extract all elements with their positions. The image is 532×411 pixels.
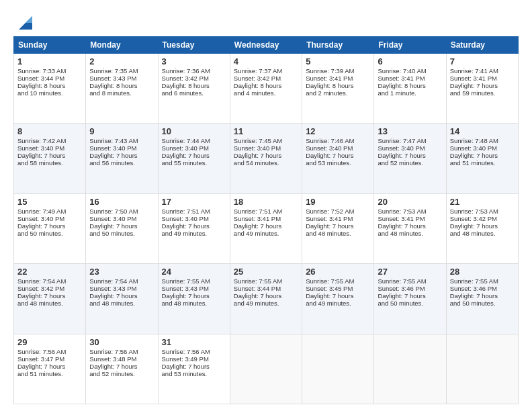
calendar-week-row: 1Sunrise: 7:33 AMSunset: 3:44 PMDaylight…: [14, 54, 519, 124]
daylight-line1: Daylight: 7 hours: [17, 292, 65, 300]
calendar-week-row: 22Sunrise: 7:54 AMSunset: 3:42 PMDayligh…: [14, 264, 519, 334]
day-number: 18: [234, 197, 298, 207]
daylight-line2: and 8 minutes.: [89, 89, 131, 97]
daylight-line2: and 52 minutes.: [89, 370, 135, 377]
daylight-line2: and 58 minutes.: [17, 159, 63, 167]
page: SundayMondayTuesdayWednesdayThursdayFrid…: [0, 0, 532, 411]
calendar-cell: 4Sunrise: 7:37 AMSunset: 3:42 PMDaylight…: [230, 54, 302, 124]
sunrise-line: Sunrise: 7:56 AM: [89, 348, 138, 355]
calendar-cell: 18Sunrise: 7:51 AMSunset: 3:41 PMDayligh…: [230, 193, 302, 263]
calendar-cell: 27Sunrise: 7:55 AMSunset: 3:46 PMDayligh…: [374, 264, 446, 334]
daylight-line2: and 54 minutes.: [234, 159, 279, 167]
sunset-line: Sunset: 3:43 PM: [89, 285, 136, 292]
daylight-line1: Daylight: 7 hours: [162, 222, 210, 230]
calendar-cell: 14Sunrise: 7:48 AMSunset: 3:40 PMDayligh…: [446, 124, 518, 193]
daylight-line1: Daylight: 7 hours: [89, 363, 137, 370]
daylight-line1: Daylight: 8 hours: [89, 82, 137, 89]
daylight-line2: and 51 minutes.: [450, 159, 496, 167]
daylight-line1: Daylight: 7 hours: [162, 363, 210, 370]
sunrise-line: Sunrise: 7:46 AM: [306, 137, 354, 144]
daylight-line1: Daylight: 7 hours: [234, 222, 281, 230]
sunset-line: Sunset: 3:44 PM: [17, 75, 64, 82]
daylight-line2: and 51 minutes.: [17, 370, 63, 377]
sunrise-line: Sunrise: 7:55 AM: [162, 277, 210, 285]
daylight-line2: and 56 minutes.: [89, 159, 135, 167]
daylight-line1: Daylight: 7 hours: [17, 363, 65, 370]
day-number: 30: [89, 337, 154, 347]
calendar-cell: 15Sunrise: 7:49 AMSunset: 3:40 PMDayligh…: [14, 193, 86, 263]
day-number: 23: [89, 267, 154, 277]
day-number: 26: [306, 267, 370, 277]
day-number: 16: [89, 197, 154, 207]
daylight-line2: and 50 minutes.: [89, 230, 135, 237]
column-header-friday: Friday: [374, 37, 446, 54]
calendar-cell: 3Sunrise: 7:36 AMSunset: 3:42 PMDaylight…: [158, 54, 230, 124]
sunrise-line: Sunrise: 7:53 AM: [378, 208, 426, 215]
day-number: 22: [17, 267, 82, 277]
calendar-cell: 10Sunrise: 7:44 AMSunset: 3:40 PMDayligh…: [158, 124, 230, 193]
day-number: 14: [450, 126, 515, 136]
daylight-line1: Daylight: 7 hours: [17, 222, 65, 230]
day-number: 25: [234, 267, 298, 277]
day-number: 27: [378, 267, 442, 277]
calendar-week-row: 15Sunrise: 7:49 AMSunset: 3:40 PMDayligh…: [14, 193, 519, 263]
daylight-line2: and 52 minutes.: [378, 159, 423, 167]
daylight-line1: Daylight: 7 hours: [378, 152, 425, 159]
calendar-cell: 12Sunrise: 7:46 AMSunset: 3:40 PMDayligh…: [302, 124, 374, 193]
calendar-cell: [446, 334, 518, 404]
day-number: 1: [17, 56, 82, 66]
daylight-line2: and 2 minutes.: [306, 89, 347, 97]
sunset-line: Sunset: 3:47 PM: [17, 355, 64, 363]
calendar-cell: 26Sunrise: 7:55 AMSunset: 3:45 PMDayligh…: [302, 264, 374, 334]
daylight-line2: and 50 minutes.: [17, 230, 63, 237]
calendar-cell: 25Sunrise: 7:55 AMSunset: 3:44 PMDayligh…: [230, 264, 302, 334]
sunset-line: Sunset: 3:40 PM: [450, 144, 497, 152]
daylight-line1: Daylight: 7 hours: [234, 292, 281, 300]
calendar-cell: 24Sunrise: 7:55 AMSunset: 3:43 PMDayligh…: [158, 264, 230, 334]
daylight-line2: and 59 minutes.: [450, 89, 496, 97]
day-number: 19: [306, 197, 370, 207]
calendar-cell: 1Sunrise: 7:33 AMSunset: 3:44 PMDaylight…: [14, 54, 86, 124]
calendar-cell: 11Sunrise: 7:45 AMSunset: 3:40 PMDayligh…: [230, 124, 302, 193]
calendar-cell: 8Sunrise: 7:42 AMSunset: 3:40 PMDaylight…: [14, 124, 86, 193]
daylight-line2: and 53 minutes.: [306, 159, 351, 167]
day-number: 9: [89, 126, 154, 136]
day-number: 24: [162, 267, 226, 277]
day-number: 13: [378, 126, 442, 136]
sunrise-line: Sunrise: 7:55 AM: [234, 277, 282, 285]
daylight-line2: and 10 minutes.: [17, 89, 63, 97]
calendar-cell: 21Sunrise: 7:53 AMSunset: 3:42 PMDayligh…: [446, 193, 518, 263]
calendar-cell: [230, 334, 302, 404]
calendar-cell: 16Sunrise: 7:50 AMSunset: 3:40 PMDayligh…: [86, 193, 158, 263]
column-header-wednesday: Wednesday: [230, 37, 302, 54]
day-number: 12: [306, 126, 370, 136]
daylight-line1: Daylight: 7 hours: [378, 292, 425, 300]
calendar-cell: 22Sunrise: 7:54 AMSunset: 3:42 PMDayligh…: [14, 264, 86, 334]
daylight-line1: Daylight: 7 hours: [162, 292, 210, 300]
sunrise-line: Sunrise: 7:40 AM: [378, 67, 426, 75]
sunset-line: Sunset: 3:46 PM: [450, 285, 497, 292]
day-number: 10: [162, 126, 226, 136]
daylight-line1: Daylight: 7 hours: [89, 292, 137, 300]
day-number: 17: [162, 197, 226, 207]
sunrise-line: Sunrise: 7:55 AM: [306, 277, 354, 285]
day-number: 20: [378, 197, 442, 207]
daylight-line1: Daylight: 7 hours: [234, 152, 281, 159]
day-number: 3: [162, 56, 226, 66]
sunset-line: Sunset: 3:44 PM: [234, 285, 281, 292]
sunrise-line: Sunrise: 7:56 AM: [17, 348, 66, 355]
day-number: 8: [17, 126, 82, 136]
daylight-line1: Daylight: 7 hours: [162, 152, 210, 159]
sunrise-line: Sunrise: 7:54 AM: [17, 277, 66, 285]
daylight-line2: and 48 minutes.: [89, 300, 135, 307]
sunrise-line: Sunrise: 7:48 AM: [450, 137, 498, 144]
daylight-line2: and 4 minutes.: [234, 89, 275, 97]
sunset-line: Sunset: 3:40 PM: [89, 144, 136, 152]
daylight-line2: and 49 minutes.: [306, 300, 351, 307]
header: [13, 11, 519, 32]
daylight-line2: and 50 minutes.: [378, 300, 423, 307]
calendar-cell: [374, 334, 446, 404]
column-header-sunday: Sunday: [14, 37, 86, 54]
day-number: 7: [450, 56, 515, 66]
sunrise-line: Sunrise: 7:36 AM: [162, 67, 210, 75]
